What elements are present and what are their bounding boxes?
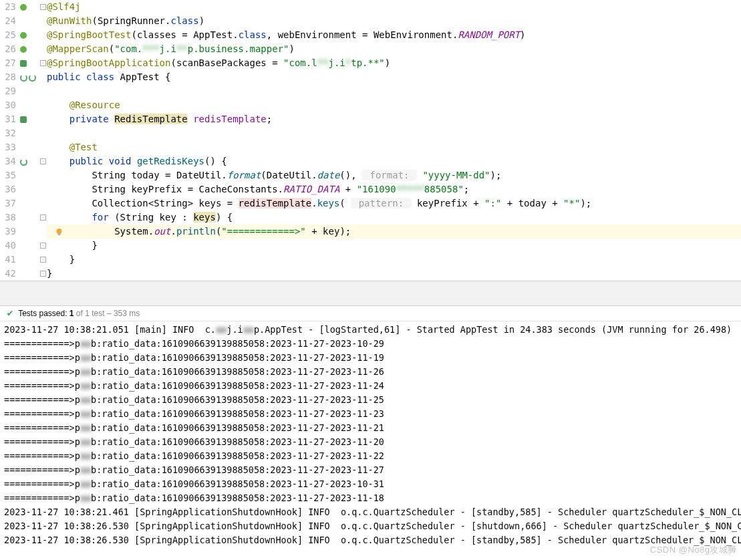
line-number: 38 [0,211,16,225]
code-token: . [311,198,317,208]
code-line[interactable]: @RunWith(SpringRunner.class) [47,14,741,28]
code-line[interactable]: private RedisTemplate redisTemplate; [47,112,741,126]
gutter-markers[interactable] [20,168,47,182]
gutter-marker-icon[interactable] [20,74,27,82]
code-line[interactable]: String keyPrefix = CacheConstants.RATIO_… [47,182,741,196]
code-line[interactable]: - public void getRedisKeys() { [47,154,741,168]
code-token: tp.**" [351,57,385,68]
tests-passed-count: 1 [69,309,74,318]
code-line[interactable]: -@SpringBootApplication(scanBasePackages… [47,56,741,70]
gutter-markers[interactable] [20,84,47,98]
console-output[interactable]: 2023-11-27 10:38:21.051 [main] INFO c.aa… [0,321,741,547]
code-token: . [278,184,283,194]
gutter-markers[interactable] [20,42,47,56]
code-token: (), [339,170,362,180]
gutter-markers[interactable] [20,28,47,42]
fold-toggle-icon[interactable]: - [40,158,46,164]
gutter-marker-icon[interactable] [20,46,27,53]
code-token: "com.l [283,57,317,68]
svg-rect-1 [58,233,61,235]
line-number: 30 [0,98,16,112]
fold-toggle-icon[interactable]: - [40,215,46,221]
code-token [47,100,69,110]
code-token: ( [114,212,120,223]
code-token: @Resource [69,100,120,110]
code-line[interactable] [47,84,741,98]
code-token: void [109,156,137,166]
code-line[interactable]: System.out.println("============>" + key… [47,225,741,239]
code-line[interactable]: public class AppTest { [47,70,741,84]
code-editor[interactable]: 2324252627282930313233343536373839404142… [0,0,741,281]
gutter-markers[interactable] [20,140,47,154]
gutter-marker-icon[interactable] [20,116,27,123]
gutter-markers[interactable] [20,14,47,28]
code-token [47,114,69,124]
code-token: ); [490,170,502,180]
code-token: ; [464,184,469,194]
gutter-markers[interactable] [20,196,47,211]
gutter-markers[interactable] [20,225,47,239]
code-line[interactable]: -} [47,267,741,281]
code-token: getRedisKeys [137,156,204,166]
gutter-markers[interactable] [20,98,47,112]
panel-divider[interactable] [0,281,741,306]
gutter-marker-icon[interactable] [29,74,36,82]
gutter-markers[interactable] [20,112,47,126]
svg-point-0 [57,229,62,234]
code-token: . [170,226,176,237]
gutter-markers[interactable] [20,70,47,84]
tests-passed-label: Tests passed: [18,309,69,318]
code-line[interactable]: String today = DateUtil.format(DateUtil.… [47,168,741,182]
line-number: 28 [0,70,16,84]
gutter-marker-icon[interactable] [20,158,27,166]
code-line[interactable]: - } [47,253,741,267]
line-number: 31 [0,112,16,126]
code-token: key : [154,212,193,223]
fold-toggle-icon[interactable]: - [40,243,46,249]
fold-toggle-icon[interactable]: - [40,4,46,10]
code-token: SpringRunner [98,15,165,26]
console-line: ============>paab:ratio_data:16109066391… [4,393,737,407]
code-token: @SpringBootApplication [47,57,170,68]
code-token: "yyyy-MM-dd" [422,170,490,180]
code-line[interactable]: - for (String key : keys) { [47,211,741,225]
code-line[interactable]: @MapperScan("com.***j.i**p.business.mapp… [47,42,741,56]
code-token: classes [137,29,182,40]
code-area[interactable]: -@Slf4j@RunWith(SpringRunner.class)@Spri… [47,0,741,281]
gutter-marker-icon[interactable] [20,4,27,11]
code-token: ** [317,56,329,70]
code-token: class [239,29,267,40]
line-number: 29 [0,84,16,98]
console-line: ============>paab:ratio_data:16109066391… [4,435,737,449]
code-token: DateUtil [176,170,221,180]
code-line[interactable]: - } [47,239,741,253]
code-token: String [92,170,126,180]
code-token: . [233,29,238,40]
fold-toggle-icon[interactable]: - [40,60,46,66]
code-token: "com. [114,43,142,54]
code-token: @Test [69,142,98,152]
fold-toggle-icon[interactable]: - [40,271,46,277]
gutter-marker-icon[interactable] [20,60,27,67]
gutter-markers[interactable] [20,182,47,196]
fold-toggle-icon[interactable]: - [40,257,46,263]
code-line[interactable] [47,126,741,140]
watermark: CSDN @No8g攻城狮 [650,544,737,547]
gutter-marker-icon[interactable] [20,32,27,39]
code-token: + today + [501,198,563,208]
code-line[interactable]: Collection<String> keys = redisTemplate.… [47,196,741,211]
tests-time: 353 ms [114,309,140,318]
console-line: ============>paab:ratio_data:16109066391… [4,351,737,365]
line-number: 41 [0,253,16,267]
code-token: @RunWith [47,15,92,26]
code-line[interactable]: @Test [47,140,741,154]
console-line: ============>paab:ratio_data:16109066391… [4,477,737,491]
code-token: ( [131,29,136,40]
code-token: CacheConstants [199,184,278,194]
code-line[interactable]: -@Slf4j [47,0,741,14]
code-line[interactable]: @SpringBootTest(classes = AppTest.class,… [47,28,741,42]
code-token: format: [362,170,417,180]
code-token: date [317,170,340,180]
code-line[interactable]: @Resource [47,98,741,112]
gutter-markers[interactable] [20,126,47,140]
